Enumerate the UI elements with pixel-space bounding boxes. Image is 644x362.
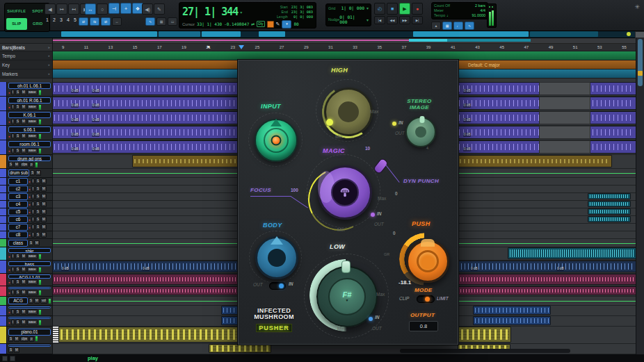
track-name[interactable]: P2 (8, 345, 51, 347)
record-enable-button[interactable]: ● (29, 233, 31, 237)
low-note-dropdown-icon[interactable]: ▼ (346, 299, 349, 302)
track-header-c8[interactable]: c8●ISM (0, 231, 52, 239)
metronome-icon[interactable]: ▲ (431, 22, 441, 30)
selector-tool-button[interactable]: + (120, 3, 131, 14)
solo-button[interactable]: S (8, 336, 13, 342)
solo-button[interactable]: S (35, 194, 40, 199)
audio-clip[interactable] (473, 316, 551, 325)
magic-knob[interactable] (318, 165, 372, 220)
track-header-drum-sub[interactable]: drum subSM (0, 169, 52, 178)
tempo-ruler-icon[interactable]: ∿ (465, 22, 474, 30)
track-header-c1[interactable]: c1●ISM (0, 178, 52, 186)
track-name[interactable]: G2 (8, 317, 51, 319)
input-monitor-button[interactable]: I (31, 232, 35, 238)
mute-button[interactable]: M (34, 240, 40, 246)
ruler-expand-icon[interactable]: ▸ (48, 54, 50, 58)
vertical-scrollbar-thumb[interactable] (638, 39, 643, 86)
delay-compensation-badge[interactable]: Dly (257, 21, 264, 27)
audio-clip[interactable] (508, 247, 636, 259)
input-monitor-button[interactable]: I (11, 119, 15, 124)
track-header-p2[interactable]: P2SM (0, 344, 52, 354)
input-monitor-button[interactable]: I (31, 179, 35, 184)
track-view-selector[interactable]: wave (27, 254, 38, 259)
track-header-c4[interactable]: c4●ISM (0, 201, 52, 208)
insertion-follows-playback-button[interactable]: ↔ (112, 17, 122, 26)
zoom-preset-2[interactable]: 2 (51, 17, 57, 22)
track-name[interactable]: c3 (8, 193, 28, 200)
vertical-scrollbar[interactable] (636, 38, 644, 354)
mute-button[interactable]: M (41, 201, 47, 207)
track-header-room-06-1[interactable]: room.06.1●ISMwave (0, 140, 52, 155)
midi-merge-icon[interactable]: ♩ (453, 22, 463, 30)
timeline-overview-strip[interactable] (0, 31, 644, 38)
counter-dropdown-icon[interactable]: ▾ (240, 10, 242, 15)
tab-to-transient-button[interactable]: ⇄ (79, 17, 88, 26)
track-view-selector[interactable]: wave (27, 279, 38, 285)
record-enable-button[interactable]: ● (29, 211, 31, 214)
mute-button[interactable]: M (41, 194, 47, 199)
mute-button[interactable]: M (21, 148, 26, 154)
mute-button[interactable]: M (41, 217, 47, 222)
body-in-out-toggle[interactable] (269, 282, 286, 290)
edit-mode-shuffle[interactable]: SHUFFLE (6, 5, 27, 17)
track-header-c5[interactable]: c5●ISM (0, 208, 52, 216)
input-monitor-button[interactable]: I (11, 254, 15, 259)
settings-gear-icon[interactable]: ✳ (634, 3, 640, 10)
mute-button[interactable]: M (21, 290, 26, 295)
meter-value[interactable]: 4/4 (481, 8, 486, 13)
mute-button[interactable]: M (21, 119, 26, 124)
tempo-value[interactable]: 91.0000 (472, 13, 486, 18)
track-name[interactable]: c8 (8, 231, 28, 238)
zoom-preset-4[interactable]: 4 (65, 17, 71, 22)
solo-button[interactable]: S (15, 290, 20, 295)
solo-button[interactable]: S (35, 179, 40, 184)
track-name[interactable]: bass (8, 261, 51, 266)
limit-mode-label[interactable]: LIMIT (437, 296, 449, 301)
audio-clip[interactable] (588, 208, 631, 215)
zoom-horizontal-icon[interactable]: ↦ (56, 3, 67, 15)
track-view-selector[interactable]: wave (27, 290, 38, 295)
solo-button[interactable]: S (15, 104, 20, 110)
solo-button[interactable]: S (29, 240, 33, 246)
record-enable-button[interactable]: ● (8, 149, 10, 153)
solo-button[interactable]: S (35, 217, 40, 222)
clip-mode-label[interactable]: CLIP (399, 296, 409, 301)
grid-mode-mini-icon[interactable]: ▾ (282, 20, 291, 28)
solo-button[interactable]: S (8, 347, 13, 353)
count-off-value[interactable]: 2 bars (475, 3, 485, 8)
online-clock-button[interactable]: ◴ (374, 3, 385, 15)
rewind-button[interactable]: ◀◀ (387, 16, 398, 24)
track-name[interactable]: ACG L1.01 (8, 274, 51, 279)
track-header-oh-01-l-06-1[interactable]: oh.01 L.06.1●ISMwave (0, 82, 52, 97)
count-off-icon[interactable]: ▦ (442, 22, 452, 30)
audio-clip[interactable] (588, 193, 631, 199)
mute-button[interactable]: M (14, 336, 19, 342)
solo-button[interactable]: S (15, 267, 20, 272)
solo-button[interactable]: S (15, 90, 20, 95)
audio-clip[interactable] (458, 155, 612, 167)
mute-button[interactable]: M (21, 279, 26, 285)
length-value[interactable]: 0| 0| 000 (291, 15, 313, 19)
ruler-header-tempo[interactable]: Tempo▸ (0, 51, 52, 60)
record-enable-button[interactable]: ● (8, 135, 10, 138)
track-view-selector[interactable]: wave (27, 119, 38, 124)
mute-button[interactable]: M (41, 232, 47, 238)
grid-view-icon[interactable] (2, 356, 8, 361)
mirrored-midi-button[interactable]: ∿ (145, 17, 155, 26)
track-header-g2[interactable]: G2●ISMwave (0, 316, 52, 327)
record-enable-button[interactable]: ● (8, 311, 10, 314)
track-name[interactable]: c1 (8, 178, 28, 185)
record-enable-button[interactable]: ● (8, 255, 10, 258)
track-name[interactable]: s.06.1 (8, 126, 51, 133)
track-name[interactable]: c5 (8, 208, 28, 215)
track-name[interactable]: c2 (8, 186, 28, 192)
record-enable-button[interactable]: ● (8, 291, 10, 295)
link-track-selection-button[interactable]: ⇄ (101, 17, 111, 26)
solo-button[interactable]: S (35, 209, 40, 215)
pencil-tool-button[interactable]: ✎ (154, 3, 165, 15)
track-name[interactable]: c7 (8, 224, 28, 231)
link-timeline-selection-button[interactable]: ⇆ (90, 17, 99, 26)
track-header-class[interactable]: classSM (0, 239, 52, 247)
marker-flag-icon[interactable]: ⚑ (207, 44, 210, 49)
track-name[interactable]: c4 (8, 201, 28, 208)
